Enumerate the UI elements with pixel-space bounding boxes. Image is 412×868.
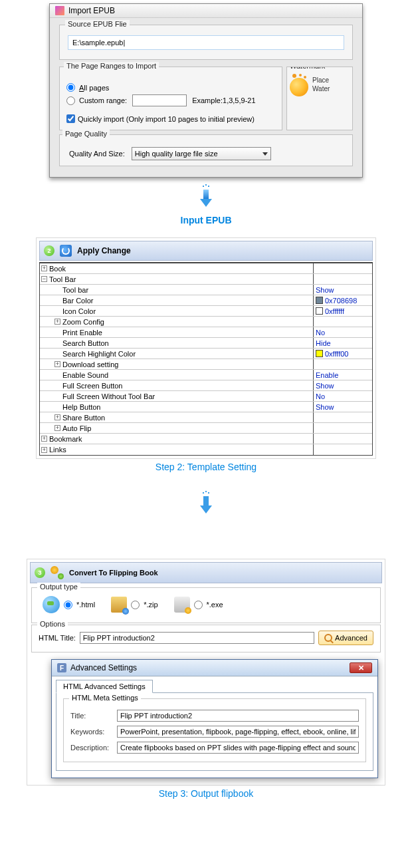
property-row[interactable]: Full Screen Without Tool BarNo (40, 391, 372, 402)
property-row[interactable]: −Tool Bar (40, 274, 372, 285)
color-swatch (316, 350, 323, 357)
tree-expander-icon[interactable]: + (41, 436, 47, 442)
quick-import-checkbox[interactable] (66, 114, 75, 123)
adv-titlebar: F Advanced Settings ✕ (52, 660, 377, 676)
property-row[interactable]: Search ButtonHide (40, 338, 372, 349)
property-value[interactable] (314, 274, 372, 284)
property-row[interactable]: +Links (40, 444, 372, 455)
all-pages-radio[interactable] (66, 83, 75, 92)
down-arrow-icon (196, 490, 216, 516)
property-row[interactable]: +Download setting (40, 359, 372, 370)
property-value[interactable] (314, 423, 372, 433)
property-row[interactable]: Print EnableNo (40, 327, 372, 338)
property-row[interactable]: +Auto Flip (40, 423, 372, 434)
advanced-button[interactable]: Advanced (318, 631, 373, 645)
property-value[interactable] (314, 412, 372, 422)
tree-expander-icon[interactable]: + (54, 425, 60, 431)
gears-icon (51, 566, 64, 579)
property-label: Book (49, 265, 66, 273)
globe-icon (43, 596, 60, 613)
advanced-settings-dialog: F Advanced Settings ✕ HTML Advanced Sett… (51, 659, 378, 778)
book-icon (55, 6, 64, 15)
property-label: Bookmark (49, 435, 82, 443)
source-file-group: Source EPUB Flie (59, 25, 353, 60)
wm-line2: Water (312, 85, 330, 92)
adv-dialog-title: Advanced Settings (70, 663, 137, 672)
property-row[interactable]: +Bookmark (40, 434, 372, 444)
tab-panel: HTML Meta Settings Title: Keywords: Desc… (56, 692, 373, 771)
property-value[interactable] (314, 263, 372, 273)
tree-expander-icon[interactable]: + (54, 414, 60, 420)
meta-desc-input[interactable] (117, 742, 359, 754)
convert-title: Convert To Flipping Book (69, 569, 158, 577)
refresh-icon[interactable] (60, 245, 72, 257)
tab-html-advanced[interactable]: HTML Advanced Settings (56, 680, 153, 693)
quality-value: High quality large file size (135, 150, 218, 158)
ranges-legend: The Page Ranges to Import (64, 62, 159, 70)
advanced-button-label: Advanced (335, 634, 367, 642)
chevron-down-icon (262, 152, 268, 156)
property-row[interactable]: Icon Color0xffffff (40, 306, 372, 317)
property-label: Icon Color (62, 307, 96, 315)
output-exe-radio[interactable] (194, 601, 203, 609)
property-row[interactable]: Search Highlight Color0xffff00 (40, 349, 372, 359)
property-label: Bar Color (62, 297, 93, 305)
convert-panel: 3 Convert To Flipping Book Output type *… (27, 559, 385, 786)
quality-legend: Page Quality (62, 130, 110, 138)
color-swatch (316, 307, 323, 315)
property-value[interactable] (314, 317, 372, 327)
property-value[interactable]: Show (314, 285, 372, 295)
property-row[interactable]: Full Screen ButtonShow (40, 380, 372, 391)
property-row[interactable]: Tool barShow (40, 285, 372, 295)
property-row[interactable]: +Book (40, 263, 372, 274)
custom-range-label: Custom range: (79, 96, 127, 104)
tree-expander-icon[interactable]: − (41, 276, 47, 282)
property-value[interactable]: 0xffff00 (314, 349, 372, 359)
property-value[interactable] (314, 359, 372, 369)
html-title-input[interactable] (80, 632, 314, 644)
example-text: Example:1,3,5,9-21 (192, 96, 255, 104)
property-value[interactable]: Hide (314, 338, 372, 348)
property-value[interactable]: No (314, 327, 372, 337)
output-zip-radio[interactable] (131, 601, 140, 609)
meta-title-input[interactable] (117, 710, 359, 722)
tree-expander-icon[interactable]: + (54, 361, 60, 367)
property-row[interactable]: +Zoom Config (40, 317, 372, 327)
meta-keywords-input[interactable] (117, 726, 359, 738)
property-row[interactable]: Bar Color0x708698 (40, 295, 372, 306)
custom-range-radio[interactable] (66, 96, 75, 105)
meta-title-label: Title: (70, 712, 112, 720)
magnifier-icon (324, 634, 332, 642)
step-badge-3: 3 (35, 567, 45, 578)
property-label: Search Button (62, 339, 109, 347)
source-file-input[interactable] (68, 35, 344, 50)
property-value[interactable]: Enable (314, 370, 372, 380)
output-html-radio[interactable] (64, 601, 72, 609)
svg-rect-7 (205, 491, 207, 492)
property-label: Tool bar (62, 286, 88, 294)
exe-icon (174, 597, 190, 613)
meta-settings-group: HTML Meta Settings Title: Keywords: Desc… (63, 698, 366, 762)
property-row[interactable]: Help ButtonShow (40, 402, 372, 412)
property-value[interactable] (314, 434, 372, 444)
tree-expander-icon[interactable]: + (54, 319, 60, 325)
property-tree-table[interactable]: +Book−Tool BarTool barShowBar Color0x708… (39, 262, 373, 456)
svg-rect-6 (203, 492, 204, 494)
property-label: Auto Flip (62, 424, 91, 432)
close-button[interactable]: ✕ (350, 662, 372, 673)
quality-select[interactable]: High quality large file size (132, 147, 271, 160)
wm-line1: Place (312, 76, 330, 84)
property-value[interactable]: No (314, 391, 372, 401)
property-value[interactable]: 0x708698 (314, 295, 372, 305)
property-row[interactable]: +Share Button (40, 412, 372, 423)
property-value[interactable]: Show (314, 380, 372, 390)
property-value[interactable]: Show (314, 402, 372, 412)
property-label: Links (49, 446, 66, 454)
tree-expander-icon[interactable]: + (41, 447, 47, 453)
custom-range-input[interactable] (132, 94, 187, 106)
property-value[interactable]: 0xffffff (314, 306, 372, 316)
property-label: Share Button (62, 414, 105, 422)
tree-expander-icon[interactable]: + (41, 265, 47, 271)
property-value[interactable] (314, 444, 372, 455)
property-row[interactable]: Enable SoundEnable (40, 370, 372, 380)
